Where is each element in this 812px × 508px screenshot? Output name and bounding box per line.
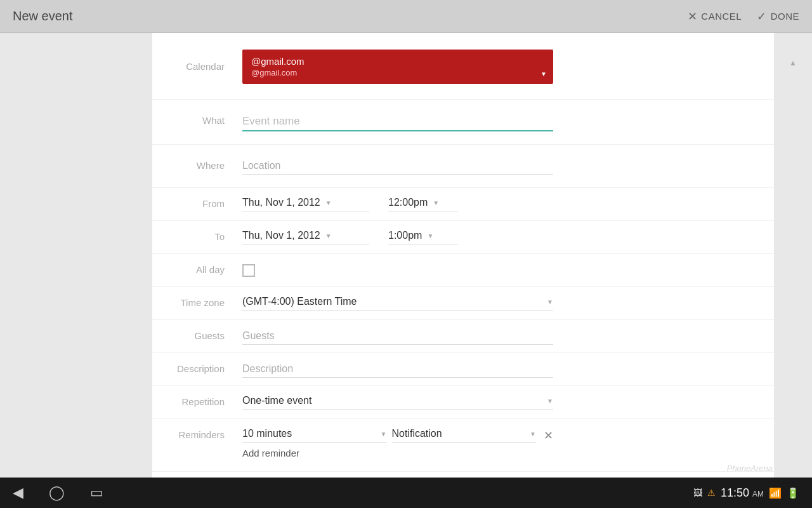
repetition-dropdown[interactable]: One-time event ▼: [242, 395, 553, 410]
guests-input[interactable]: [242, 329, 553, 345]
event-name-input[interactable]: [242, 114, 553, 131]
calendar-email-sub: @gmail.com: [251, 68, 544, 77]
repetition-arrow-icon: ▼: [547, 398, 553, 404]
location-input[interactable]: [242, 159, 553, 175]
top-bar: New event ✕ CANCEL ✓ DONE: [0, 0, 812, 33]
add-reminder-button[interactable]: Add reminder: [242, 443, 766, 461]
description-value: [235, 353, 774, 385]
what-value: [235, 105, 774, 139]
where-row: Where: [152, 145, 774, 188]
from-time-field[interactable]: 12:00pm ▼: [388, 197, 458, 211]
to-label: To: [152, 221, 235, 252]
reminder-type-text: Notification: [392, 428, 530, 439]
reminders-label: Reminders: [152, 419, 235, 469]
to-time-arrow-icon: ▼: [427, 232, 433, 239]
from-date-arrow-icon: ▼: [325, 199, 332, 206]
timezone-value: (GMT-4:00) Eastern Time ▼: [235, 287, 774, 318]
form-panel: Calendar @gmail.com @gmail.com ▼ What Wh…: [152, 33, 774, 478]
guests-value: [235, 320, 774, 352]
reminder-type-arrow-icon: ▼: [530, 431, 536, 438]
reminders-controls: 10 minutes ▼ Notification ▼ ✕: [242, 428, 553, 443]
from-date-field[interactable]: Thu, Nov 1, 2012 ▼: [242, 197, 369, 211]
main-content: Calendar @gmail.com @gmail.com ▼ What Wh…: [0, 33, 812, 478]
repetition-row: Repetition One-time event ▼: [152, 386, 774, 419]
guests-label: Guests: [152, 320, 235, 351]
where-value: [235, 150, 774, 182]
from-row: From Thu, Nov 1, 2012 ▼ 12:00pm ▼: [152, 188, 774, 221]
calendar-arrow-icon: ▼: [540, 70, 547, 77]
page-title: New event: [13, 9, 73, 23]
reminders-row: Reminders 10 minutes ▼ Notification ▼ ✕: [152, 419, 774, 472]
repetition-label: Repetition: [152, 386, 235, 417]
bottom-bar: ◀ ◯ ▭ 🖼 ⚠ 11:50 AM 📶 🔋: [0, 478, 812, 508]
scroll-down-icon: ▲: [789, 58, 797, 67]
right-panel: ▲: [774, 33, 812, 478]
timezone-dropdown[interactable]: (GMT-4:00) Eastern Time ▼: [242, 296, 553, 311]
warning-icon: ⚠: [707, 488, 716, 498]
description-label: Description: [152, 353, 235, 384]
to-datetime-row: Thu, Nov 1, 2012 ▼ 1:00pm ▼: [242, 230, 766, 244]
reminder-minutes-dropdown[interactable]: 10 minutes ▼: [242, 428, 387, 443]
to-date-field[interactable]: Thu, Nov 1, 2012 ▼: [242, 230, 369, 244]
guests-row: Guests: [152, 320, 774, 353]
allday-checkbox[interactable]: [242, 264, 255, 277]
calendar-value: @gmail.com @gmail.com ▼: [235, 38, 774, 94]
reminder-minutes-text: 10 minutes: [242, 428, 381, 439]
reminder-minutes-arrow-icon: ▼: [381, 431, 387, 438]
reminder-type-dropdown[interactable]: Notification ▼: [392, 428, 537, 443]
reminder-remove-button[interactable]: ✕: [544, 429, 553, 443]
timezone-arrow-icon: ▼: [547, 298, 553, 305]
cancel-icon: ✕: [688, 10, 698, 23]
battery-icon: 🔋: [787, 487, 799, 499]
from-date-text: Thu, Nov 1, 2012: [242, 197, 320, 208]
to-date-text: Thu, Nov 1, 2012: [242, 230, 320, 241]
from-label: From: [152, 188, 235, 219]
to-date-arrow-icon: ▼: [325, 232, 332, 239]
to-value: Thu, Nov 1, 2012 ▼ 1:00pm ▼: [235, 221, 774, 252]
screenshot-icon[interactable]: 🖼: [693, 488, 702, 498]
timezone-label: Time zone: [152, 287, 235, 318]
cancel-button[interactable]: ✕ CANCEL: [688, 10, 742, 23]
repetition-value: One-time event ▼: [235, 386, 774, 417]
home-button[interactable]: ◯: [49, 485, 65, 501]
check-icon: ✓: [757, 10, 767, 23]
time-text: 11:50: [721, 486, 749, 499]
ampm-text: AM: [752, 490, 764, 498]
calendar-dropdown[interactable]: @gmail.com @gmail.com ▼: [242, 50, 553, 84]
reminders-inner: Reminders 10 minutes ▼ Notification ▼ ✕: [152, 419, 774, 469]
allday-row: All day: [152, 254, 774, 287]
calendar-email-main: @gmail.com: [251, 56, 544, 67]
calendar-row: Calendar @gmail.com @gmail.com ▼: [152, 33, 774, 100]
from-value: Thu, Nov 1, 2012 ▼ 12:00pm ▼: [235, 188, 774, 219]
where-label: Where: [152, 150, 235, 181]
wifi-icon: 📶: [769, 487, 782, 499]
status-bar: 🖼 ⚠ 11:50 AM 📶 🔋: [693, 486, 799, 500]
allday-label: All day: [152, 254, 235, 285]
what-row: What: [152, 100, 774, 145]
to-time-field[interactable]: 1:00pm ▼: [388, 230, 458, 244]
cancel-label: CANCEL: [701, 11, 742, 22]
show-me-as-row: Show me as Busy ▼: [152, 472, 774, 478]
recents-button[interactable]: ▭: [90, 485, 103, 501]
to-row: To Thu, Nov 1, 2012 ▼ 1:00pm ▼: [152, 221, 774, 254]
bottom-nav-left: ◀ ◯ ▭: [13, 485, 103, 501]
show-me-as-value: Busy ▼: [235, 472, 774, 478]
description-input[interactable]: [242, 362, 553, 378]
what-label: What: [152, 105, 235, 136]
timezone-row: Time zone (GMT-4:00) Eastern Time ▼: [152, 287, 774, 320]
allday-value: [235, 254, 774, 284]
from-time-arrow-icon: ▼: [433, 199, 439, 206]
done-button[interactable]: ✓ DONE: [757, 10, 799, 23]
time-display: 11:50 AM: [721, 486, 764, 500]
from-datetime-row: Thu, Nov 1, 2012 ▼ 12:00pm ▼: [242, 197, 766, 211]
back-button[interactable]: ◀: [13, 485, 23, 501]
top-bar-actions: ✕ CANCEL ✓ DONE: [688, 10, 799, 23]
show-me-as-label: Show me as: [152, 472, 235, 478]
from-time-text: 12:00pm: [388, 197, 428, 208]
timezone-text: (GMT-4:00) Eastern Time: [242, 296, 547, 307]
reminders-value: 10 minutes ▼ Notification ▼ ✕ Add remind…: [235, 419, 774, 469]
to-time-text: 1:00pm: [388, 230, 422, 241]
calendar-label: Calendar: [152, 51, 235, 82]
left-panel: [0, 33, 152, 478]
done-label: DONE: [771, 11, 799, 22]
